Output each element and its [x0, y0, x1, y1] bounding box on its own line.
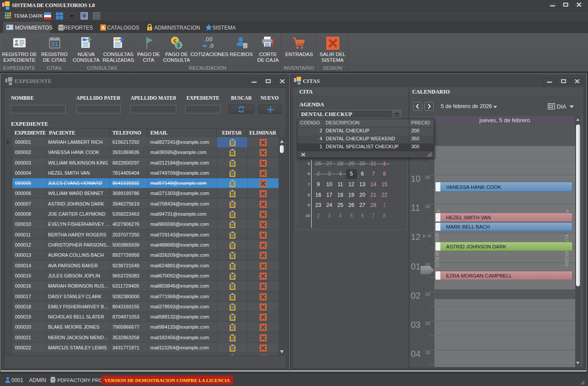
svg-text:A: A: [101, 25, 105, 30]
svg-text:.0: .0: [208, 42, 214, 49]
svg-text:.00: .00: [204, 36, 213, 43]
svg-text:$: $: [177, 42, 180, 49]
svg-text:31: 31: [51, 40, 58, 48]
